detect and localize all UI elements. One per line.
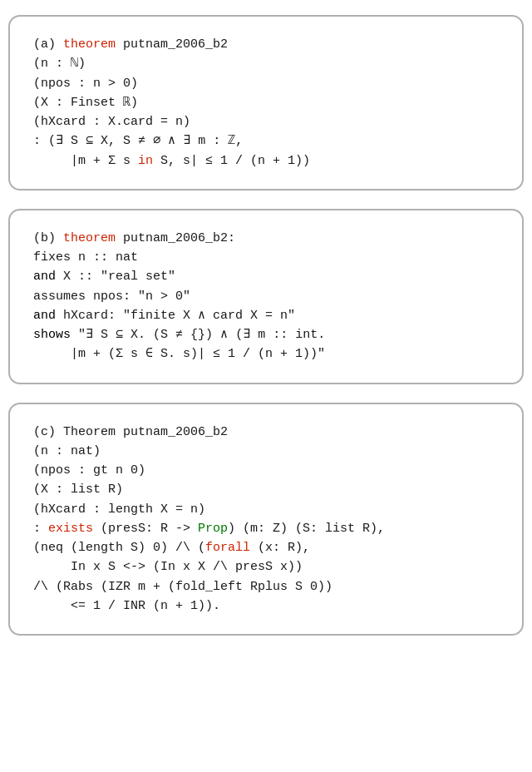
keyword-shows-b: shows [33, 328, 71, 342]
line-a4: (X : Finset ℝ) [33, 93, 499, 112]
keyword-prop-c: Prop [198, 522, 228, 536]
keyword-in-a: in [138, 154, 153, 168]
line-b5: and hXcard: "finite X ∧ card X = n" [33, 306, 499, 325]
keyword-exists-c: exists [48, 522, 93, 536]
keyword-theorem-a: theorem [63, 37, 116, 52]
line-c4: (X : list R) [33, 480, 499, 499]
line-b1: (b) theorem putnam_2006_b2: [33, 229, 499, 248]
keyword-and-b2: and [33, 309, 56, 323]
line-a7: |m + Σ s in S, s| ≤ 1 / (n + 1)) [33, 151, 499, 171]
line-c8: In x S <-> (In x X /\ presS x)) [33, 557, 499, 577]
block-b: (b) theorem putnam_2006_b2: fixes n :: n… [8, 209, 524, 384]
line-c1: (c) Theorem putnam_2006_b2 [33, 423, 499, 442]
line-c10: <= 1 / INR (n + 1)). [33, 596, 499, 616]
block-a: (a) theorem putnam_2006_b2 (n : ℕ) (npos… [8, 15, 524, 191]
line-a2: (n : ℕ) [33, 54, 499, 73]
line-c3: (npos : gt n 0) [33, 461, 499, 480]
keyword-and-b: and [33, 270, 56, 284]
block-c: (c) Theorem putnam_2006_b2 (n : nat) (np… [8, 403, 524, 636]
line-b2: fixes n :: nat [33, 248, 499, 267]
line-c6: : exists (presS: R -> Prop) (m: Z) (S: l… [33, 519, 499, 538]
keyword-theorem-b: theorem [63, 231, 116, 245]
line-b4: assumes npos: "n > 0" [33, 287, 499, 306]
line-a5: (hXcard : X.card = n) [33, 112, 499, 131]
line-b6: shows "∃ S ⊆ X. (S ≠ {}) ∧ (∃ m :: int. [33, 325, 499, 344]
line-b3: and X :: "real set" [33, 267, 499, 286]
line-a6: : (∃ S ⊆ X, S ≠ ∅ ∧ ∃ m : ℤ, [33, 131, 499, 151]
line-a1: (a) theorem putnam_2006_b2 [33, 35, 499, 54]
line-c9: /\ (Rabs (IZR m + (fold_left Rplus S 0)) [33, 577, 499, 596]
line-a3: (npos : n > 0) [33, 74, 499, 93]
keyword-forall-c: forall [205, 541, 250, 555]
line-c5: (hXcard : length X = n) [33, 500, 499, 519]
line-c2: (n : nat) [33, 442, 499, 461]
line-b7: |m + (Σ s ∈ S. s)| ≤ 1 / (n + 1))" [33, 344, 499, 364]
line-c7: (neq (length S) 0) /\ (forall (x: R), [33, 538, 499, 557]
